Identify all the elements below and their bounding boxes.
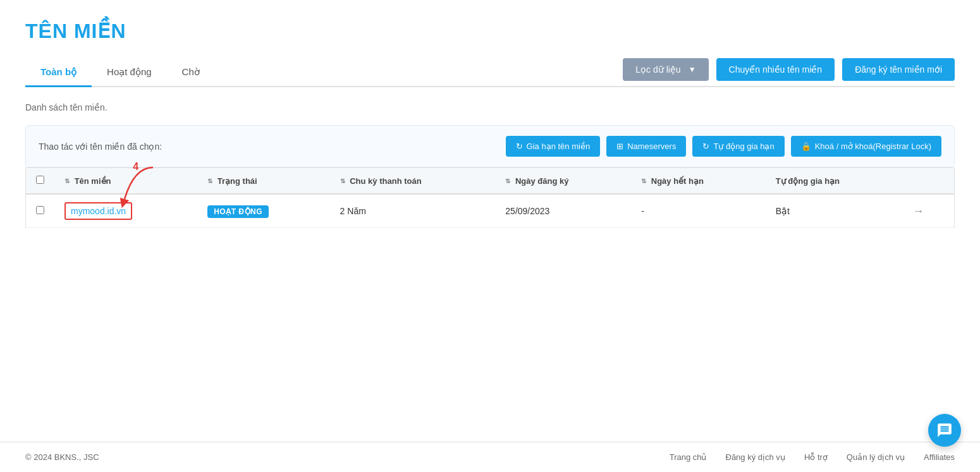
filter-label: Lọc dữ liệu <box>635 64 680 75</box>
sort-icon: ⇅ <box>207 178 212 185</box>
header-checkbox-col <box>26 168 55 195</box>
main-content: TÊN MIỀN Toàn bộ Hoạt động Chờ Lọc dữ li… <box>0 0 980 442</box>
lock-icon: 🔒 <box>801 142 811 151</box>
auto-renew-icon: ↻ <box>702 142 709 151</box>
table-body: 4 mymood.id.vn HOẠT ĐỘNG 2 Năm 25/09/202… <box>26 194 955 228</box>
auto-renew-button[interactable]: ↻ Tự động gia hạn <box>692 136 784 157</box>
sort-icon: ⇅ <box>340 178 345 185</box>
row-reg-date: 25/09/2023 <box>495 194 631 228</box>
table-header-row: ⇅ Tên miền ⇅ Trạng thái ⇅ Chu kỳ thanh t… <box>26 168 955 195</box>
table-row: 4 mymood.id.vn HOẠT ĐỘNG 2 Năm 25/09/202… <box>26 194 955 228</box>
footer-links: Trang chủ Đăng ký dịch vụ Hỗ trợ Quản lý… <box>670 452 955 462</box>
tab-group: Toàn bộ Hoạt động Chờ <box>25 59 623 86</box>
header-reg-date[interactable]: ⇅ Ngày đăng ký <box>495 168 631 195</box>
tab-actions: Lọc dữ liệu ▼ Chuyển nhiều tên miền Đăng… <box>623 58 955 86</box>
sort-icon: ⇅ <box>64 178 70 185</box>
footer-link-support[interactable]: Hỗ trợ <box>804 452 828 462</box>
annotation-wrapper: 4 mymood.id.vn <box>64 202 132 220</box>
tab-active[interactable]: Hoạt động <box>92 59 167 87</box>
chevron-down-icon: ▼ <box>689 65 696 74</box>
table-wrapper: ⇅ Tên miền ⇅ Trạng thái ⇅ Chu kỳ thanh t… <box>25 167 955 228</box>
nameservers-icon: ⊞ <box>616 142 623 151</box>
sort-icon: ⇅ <box>505 178 510 185</box>
footer-link-register[interactable]: Đăng ký dịch vụ <box>726 452 785 462</box>
lock-label: Khoá / mở khoá(Registrar Lock) <box>815 142 931 151</box>
sort-icon: ⇅ <box>641 178 646 185</box>
renew-icon: ↻ <box>516 142 523 151</box>
header-exp-date[interactable]: ⇅ Ngày hết hạn <box>631 168 766 195</box>
domains-table: ⇅ Tên miền ⇅ Trạng thái ⇅ Chu kỳ thanh t… <box>25 167 955 228</box>
nameservers-label: Nameservers <box>627 142 676 151</box>
page-title: TÊN MIỀN <box>25 19 955 43</box>
status-badge: HOẠT ĐỘNG <box>207 205 269 218</box>
header-domain[interactable]: ⇅ Tên miền <box>54 168 197 195</box>
domain-link[interactable]: mymood.id.vn <box>64 202 132 220</box>
header-actions-col <box>902 168 954 195</box>
annotation-number: 4 <box>133 161 138 172</box>
header-billing[interactable]: ⇅ Chu kỳ thanh toán <box>330 168 496 195</box>
row-checkbox-col <box>26 194 55 228</box>
footer: © 2024 BKNS., JSC Trang chủ Đăng ký dịch… <box>0 442 980 472</box>
register-button[interactable]: Đăng ký tên miền mới <box>842 58 955 81</box>
row-action-col: → <box>902 194 954 228</box>
row-billing-cycle: 2 Năm <box>330 194 496 228</box>
row-auto-renew: Bật <box>766 194 903 228</box>
transfer-button[interactable]: Chuyển nhiều tên miền <box>716 58 835 81</box>
footer-copyright: © 2024 BKNS., JSC <box>25 452 99 462</box>
row-status: HOẠT ĐỘNG <box>197 194 329 228</box>
header-auto-renew: Tự động gia hạn <box>766 168 903 195</box>
nameservers-button[interactable]: ⊞ Nameservers <box>606 136 686 157</box>
lock-button[interactable]: 🔒 Khoá / mở khoá(Registrar Lock) <box>791 136 941 157</box>
chat-bubble[interactable] <box>928 414 961 447</box>
tab-all[interactable]: Toàn bộ <box>25 59 92 87</box>
tab-pending[interactable]: Chờ <box>167 59 215 87</box>
row-exp-date: - <box>631 194 766 228</box>
auto-renew-label: Tự động gia hạn <box>713 142 774 151</box>
row-detail-arrow[interactable]: → <box>912 205 924 217</box>
footer-link-affiliates[interactable]: Affiliates <box>924 452 955 462</box>
header-status[interactable]: ⇅ Trạng thái <box>197 168 329 195</box>
select-all-checkbox[interactable] <box>36 176 44 184</box>
tabs-row: Toàn bộ Hoạt động Chờ Lọc dữ liệu ▼ Chuy… <box>25 58 955 87</box>
row-domain: 4 mymood.id.vn <box>54 194 197 228</box>
chat-icon <box>936 422 953 439</box>
row-checkbox[interactable] <box>36 206 44 214</box>
action-bar: Thao tác với tên miền đã chọn: ↻ Gia hạn… <box>25 125 955 167</box>
action-bar-left-text: Thao tác với tên miền đã chọn: <box>39 142 162 152</box>
renew-label: Gia hạn tên miền <box>527 142 591 151</box>
action-bar-right: ↻ Gia hạn tên miền ⊞ Nameservers ↻ Tự độ… <box>506 136 941 157</box>
filter-button[interactable]: Lọc dữ liệu ▼ <box>623 58 708 81</box>
renew-button[interactable]: ↻ Gia hạn tên miền <box>506 136 601 157</box>
footer-link-home[interactable]: Trang chủ <box>670 452 707 462</box>
page-wrapper: TÊN MIỀN Toàn bộ Hoạt động Chờ Lọc dữ li… <box>0 0 980 472</box>
domain-list-label: Danh sách tên miền. <box>25 102 955 112</box>
footer-link-manage[interactable]: Quản lý dịch vụ <box>847 452 905 462</box>
